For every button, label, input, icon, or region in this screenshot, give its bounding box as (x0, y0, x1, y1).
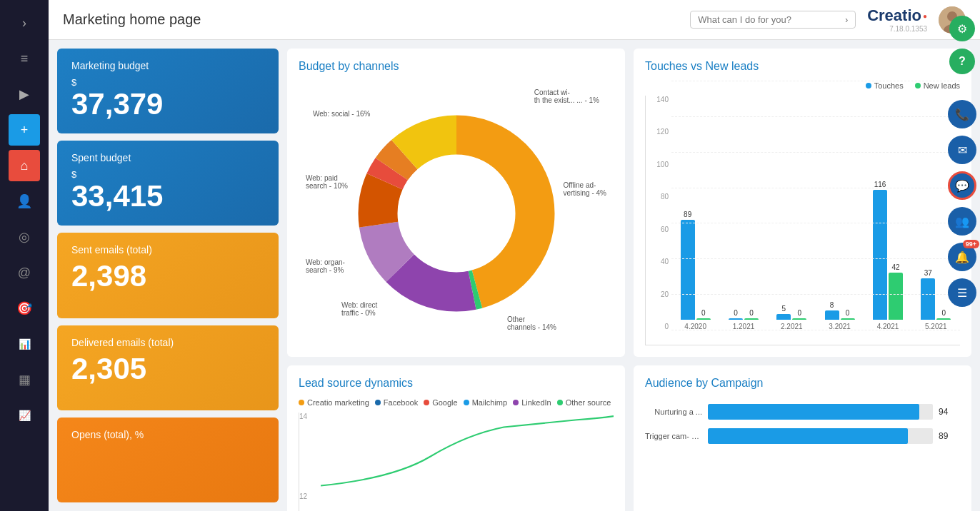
list-icon-btn[interactable]: ☰ (948, 278, 976, 307)
bar-val-89: 89 (684, 211, 691, 218)
svg-point-11 (398, 155, 515, 272)
marketing-budget-card: Marketing budget $ 37,379 (57, 49, 279, 133)
sidebar-item-analytics[interactable]: 📊 (9, 328, 40, 360)
y-tick-20: 20 (646, 290, 671, 298)
touches-chart-body: Touches New leads 0 20 (645, 81, 960, 345)
bell-badge: 99+ (963, 240, 979, 248)
header: Marketing home page › Creatio ● 7.18.0.1… (49, 0, 980, 40)
y-label-14: 14 (299, 413, 319, 420)
legend-other: Other source (557, 398, 611, 407)
audience-chart-title: Audience by Campaign (645, 377, 960, 390)
line-chart-area: 12 14 (299, 413, 614, 511)
bar-leads-1-2021 (744, 318, 759, 320)
legend-google: Google (424, 398, 457, 407)
sidebar-item-add[interactable]: + (9, 114, 40, 146)
touches-chart-card: Touches vs New leads Touches New leads (634, 49, 971, 357)
chat-icon-btn[interactable]: 💬 (948, 171, 976, 200)
bar-touches-5-2021 (921, 278, 935, 320)
audience-bar-bg-nurturing (708, 404, 933, 420)
grid-140 (671, 81, 960, 81)
help-icon-btn[interactable]: ? (949, 49, 975, 74)
delivered-emails-value: 2,305 (71, 354, 264, 384)
touches-chart-title: Touches vs New leads (645, 60, 960, 73)
audience-row-nurturing: Nurturing a ... 94 (645, 404, 960, 420)
delivered-emails-title: Delivered emails (total) (71, 337, 264, 348)
sidebar-item-campaigns[interactable]: ◎ (9, 221, 40, 253)
creatio-logo: Creatio ● 7.18.0.1353 (867, 6, 927, 33)
linkedin-label: LinkedIn (521, 398, 551, 407)
bar-group-2-2021: 5 0 2.2021 (768, 305, 816, 330)
mailchimp-dot (464, 400, 469, 405)
audience-bar-bg-trigger (708, 428, 933, 444)
sidebar-item-home[interactable]: ⌂ (9, 150, 40, 181)
y-tick-140: 140 (646, 96, 671, 103)
audience-bar-fill-trigger (708, 428, 908, 444)
bell-icon-btn[interactable]: 🔔 99+ (948, 243, 976, 271)
donut-label-paid: Web: paidsearch - 10% (306, 174, 348, 190)
search-box[interactable]: › (690, 11, 856, 29)
header-right: › Creatio ● 7.18.0.1353 (690, 6, 966, 34)
y-axis-labels: 12 14 (299, 413, 319, 500)
donut-label-organic: Web: organ-search - 9% (306, 258, 345, 274)
bar-val-0a: 0 (701, 309, 706, 317)
leads-dot (915, 83, 921, 88)
bar-touches-4-2020 (681, 220, 695, 320)
sidebar-item-expand[interactable]: › (9, 7, 40, 39)
y-tick-40: 40 (646, 258, 671, 265)
line-chart-svg (321, 413, 614, 500)
sidebar-item-grid[interactable]: ▦ (9, 364, 40, 395)
marketing-budget-title: Marketing budget (71, 60, 264, 71)
main-wrapper: Marketing home page › Creatio ● 7.18.0.1… (49, 0, 980, 511)
audience-bar-fill-nurturing (708, 404, 919, 420)
support-icon-btn[interactable]: 👥 (948, 207, 976, 236)
search-arrow-icon: › (845, 15, 848, 25)
spent-budget-value: 33,415 (71, 181, 264, 211)
audience-count-nurturing: 94 (939, 407, 960, 417)
gear-icon-btn[interactable]: ⚙ (949, 16, 975, 41)
bar-touches-4-2021 (873, 190, 887, 320)
audience-label-nurturing: Nurturing a ... (645, 408, 702, 416)
audience-count-trigger: 89 (939, 431, 960, 441)
spent-budget-currency: $ (71, 169, 264, 180)
budget-chart-body: Contact wi-th the exist... ... - 1% Web:… (299, 81, 614, 345)
email-icon-btn[interactable]: ✉ (948, 136, 976, 164)
sidebar-item-studio[interactable]: ▶ (9, 79, 40, 110)
opens-total-title: Opens (total), % (71, 429, 264, 440)
facebook-dot (375, 400, 381, 405)
charts-bottom-row: Lead source dynamics Creatio marketing F… (287, 365, 971, 511)
y-tick-120: 120 (646, 128, 671, 136)
budget-chart-card: Budget by channels (287, 49, 625, 357)
audience-label-trigger: Trigger cam- paign cont... (645, 432, 702, 440)
google-label: Google (432, 398, 457, 407)
grid-40 (671, 258, 960, 259)
donut-label-offline: Offline ad-vertising - 4% (563, 181, 606, 197)
bar-leads-2-2021 (792, 318, 806, 320)
mailchimp-label: Mailchimp (472, 398, 508, 407)
bar-group-4-2020: 89 0 4.2020 (671, 211, 719, 330)
bar-leads-4-2021 (889, 273, 903, 320)
legend-touches: Touches (866, 81, 904, 90)
audience-row-trigger: Trigger cam- paign cont... 89 (645, 428, 960, 444)
budget-chart-title: Budget by channels (299, 60, 614, 73)
facebook-label: Facebook (384, 398, 418, 407)
sidebar-item-contacts[interactable]: 👤 (9, 186, 40, 217)
sidebar-item-reports[interactable]: 📈 (9, 400, 40, 431)
bar-leads-4-2020 (696, 318, 711, 320)
sidebar-item-menu[interactable]: ≡ (9, 43, 40, 74)
sidebar-item-goals[interactable]: 🎯 (9, 293, 40, 324)
bars-1-2021: 0 0 (729, 309, 759, 320)
charts-top-row: Budget by channels (287, 49, 971, 357)
grid-80 (671, 188, 960, 188)
bar-val-0d: 0 (798, 309, 802, 317)
spent-budget-card: Spent budget $ 33,415 (57, 141, 279, 226)
bar-leads-3-2021 (841, 318, 855, 320)
charts-column: Budget by channels (287, 49, 971, 502)
lead-source-title: Lead source dynamics (299, 377, 614, 390)
delivered-emails-card: Delivered emails (total) 2,305 (57, 325, 279, 410)
sidebar-item-email[interactable]: @ (9, 257, 40, 288)
legend-touches-label: Touches (874, 81, 904, 90)
search-input[interactable] (698, 14, 841, 25)
legend-creatio: Creatio marketing (299, 398, 369, 407)
phone-icon-btn[interactable]: 📞 (948, 100, 976, 128)
logo-text-creatio: Creatio (867, 6, 921, 25)
